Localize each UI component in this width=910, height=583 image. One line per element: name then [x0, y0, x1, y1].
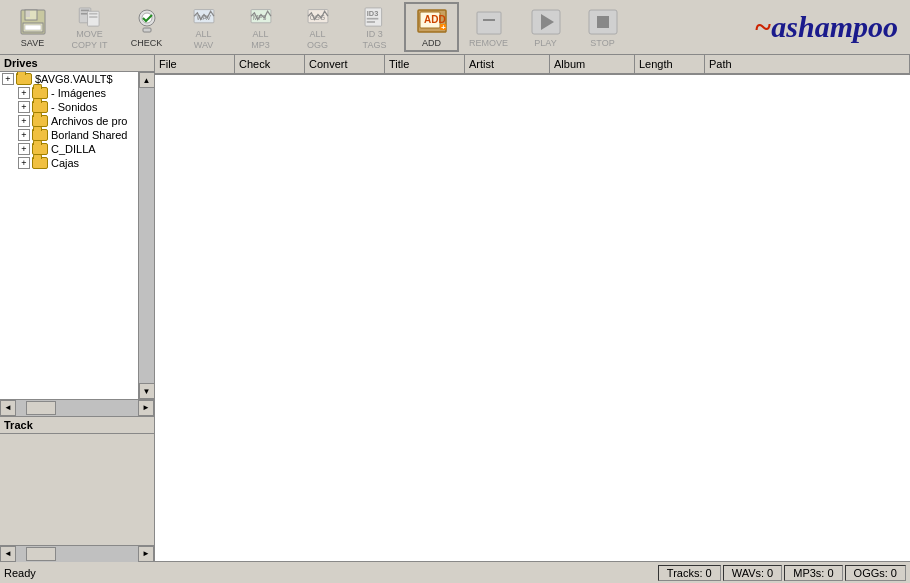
svg-rect-23: [366, 21, 374, 23]
add-icon: ADD +: [416, 6, 448, 38]
tree-item-cajas[interactable]: + Cajas: [0, 156, 138, 170]
svg-rect-34: [597, 16, 609, 28]
svg-rect-22: [366, 18, 378, 20]
play-icon: [530, 6, 562, 38]
file-list-header: File Check Convert Title Artist Album Le…: [155, 55, 910, 75]
col-header-check[interactable]: Check: [235, 54, 305, 74]
track-scroll-track-h[interactable]: [16, 546, 138, 562]
id3-tags-icon: ID3: [359, 3, 391, 29]
drives-section: Drives + $AVG8.VAULT$ + - Imágenes: [0, 55, 154, 416]
tree-label-imagenes: - Imágenes: [51, 87, 106, 99]
track-header: Track: [0, 417, 154, 434]
stop-button[interactable]: STOP: [575, 2, 630, 52]
svg-rect-2: [26, 11, 30, 17]
status-text: Ready: [4, 567, 656, 579]
tree-item-cdilla[interactable]: + C_DILLA: [0, 142, 138, 156]
toolbar: SAVE MOVE COPY IT CHECK WAV ALL WAV: [0, 0, 910, 55]
scroll-down-btn[interactable]: ▼: [139, 383, 155, 399]
col-header-convert[interactable]: Convert: [305, 54, 385, 74]
add-button[interactable]: ADD + ADD: [404, 2, 459, 52]
svg-rect-13: [143, 28, 151, 32]
all-wav-icon: WAV: [188, 3, 220, 29]
drives-tree-scrollbar-v[interactable]: ▲ ▼: [138, 72, 154, 399]
folder-icon-cajas: [32, 157, 48, 169]
tree-item-borland[interactable]: + Borland Shared: [0, 128, 138, 142]
track-label: Track: [4, 419, 33, 431]
svg-text:ID3: ID3: [366, 9, 378, 18]
scroll-thumb-h: [26, 401, 56, 415]
tree-label-cdilla: C_DILLA: [51, 143, 96, 155]
scroll-left-btn[interactable]: ◄: [0, 400, 16, 416]
drives-tree[interactable]: + $AVG8.VAULT$ + - Imágenes + - S: [0, 72, 138, 399]
save-button[interactable]: SAVE: [5, 2, 60, 52]
expand-archivos[interactable]: +: [18, 115, 30, 127]
svg-rect-29: [477, 12, 501, 34]
all-ogg-button[interactable]: OGG ALL OGG: [290, 2, 345, 52]
expand-cdilla[interactable]: +: [18, 143, 30, 155]
expand-vault[interactable]: +: [2, 73, 14, 85]
expand-borland[interactable]: +: [18, 129, 30, 141]
col-header-file[interactable]: File: [155, 54, 235, 74]
remove-button[interactable]: REMOVE: [461, 2, 516, 52]
file-list-body[interactable]: [155, 75, 910, 561]
track-scroll-right-btn[interactable]: ►: [138, 546, 154, 562]
check-button[interactable]: CHECK: [119, 2, 174, 52]
col-header-artist[interactable]: Artist: [465, 54, 550, 74]
track-content: [0, 434, 154, 545]
drives-label: Drives: [4, 57, 38, 69]
left-panel: Drives + $AVG8.VAULT$ + - Imágenes: [0, 55, 155, 561]
stop-icon: [587, 6, 619, 38]
all-ogg-icon: OGG: [302, 3, 334, 29]
expand-cajas[interactable]: +: [18, 157, 30, 169]
oggs-status: OGGs: 0: [845, 565, 906, 581]
tree-item-vault[interactable]: + $AVG8.VAULT$: [0, 72, 138, 86]
expand-imagenes[interactable]: +: [18, 87, 30, 99]
remove-icon: [473, 6, 505, 38]
svg-rect-9: [89, 13, 97, 15]
right-panel: File Check Convert Title Artist Album Le…: [155, 55, 910, 561]
tree-item-archivos[interactable]: + Archivos de pro: [0, 114, 138, 128]
col-header-length[interactable]: Length: [635, 54, 705, 74]
drives-tree-scrollbar-h[interactable]: ◄ ►: [0, 399, 154, 415]
play-button[interactable]: PLAY: [518, 2, 573, 52]
svg-rect-10: [89, 16, 97, 18]
svg-text:+: +: [441, 23, 446, 32]
col-header-path[interactable]: Path: [705, 54, 910, 74]
tree-label-archivos: Archivos de pro: [51, 115, 127, 127]
col-header-title[interactable]: Title: [385, 54, 465, 74]
svg-rect-4: [25, 25, 41, 30]
all-mp3-icon: MP3: [245, 3, 277, 29]
scroll-track-v[interactable]: [139, 88, 155, 383]
move-copy-button[interactable]: MOVE COPY IT: [62, 2, 117, 52]
brand-text: ashampoo: [771, 10, 898, 43]
tree-label-sonidos: - Sonidos: [51, 101, 97, 113]
save-icon: [17, 6, 49, 38]
move-copy-icon: [74, 3, 106, 29]
track-scroll-thumb-h: [26, 547, 56, 561]
folder-icon-vault: [16, 73, 32, 85]
all-wav-button[interactable]: WAV ALL WAV: [176, 2, 231, 52]
tracks-status: Tracks: 0: [658, 565, 721, 581]
drives-header: Drives: [0, 55, 154, 72]
tree-label-cajas: Cajas: [51, 157, 79, 169]
track-section: Track ◄ ►: [0, 416, 154, 561]
expand-sonidos[interactable]: +: [18, 101, 30, 113]
check-icon: [131, 6, 163, 38]
id3-tags-button[interactable]: ID3 ID 3 TAGS: [347, 2, 402, 52]
all-mp3-button[interactable]: MP3 ALL MP3: [233, 2, 288, 52]
tree-label-borland: Borland Shared: [51, 129, 127, 141]
track-scrollbar-h[interactable]: ◄ ►: [0, 545, 154, 561]
status-bar: Ready Tracks: 0 WAVs: 0 MP3s: 0 OGGs: 0: [0, 561, 910, 583]
col-header-album[interactable]: Album: [550, 54, 635, 74]
scroll-right-btn[interactable]: ►: [138, 400, 154, 416]
tree-item-imagenes[interactable]: + - Imágenes: [0, 86, 138, 100]
main-layout: Drives + $AVG8.VAULT$ + - Imágenes: [0, 55, 910, 561]
scroll-track-h[interactable]: [16, 400, 138, 416]
tree-item-sonidos[interactable]: + - Sonidos: [0, 100, 138, 114]
brand-logo: ~ashampoo: [746, 2, 906, 52]
track-scroll-left-btn[interactable]: ◄: [0, 546, 16, 562]
mp3s-status: MP3s: 0: [784, 565, 842, 581]
tree-label-vault: $AVG8.VAULT$: [35, 73, 113, 85]
scroll-up-btn[interactable]: ▲: [139, 72, 155, 88]
wavs-status: WAVs: 0: [723, 565, 783, 581]
